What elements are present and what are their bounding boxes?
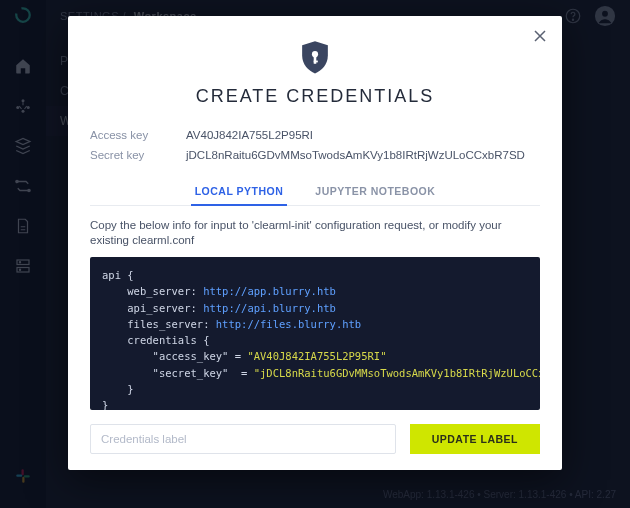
tab-local-python[interactable]: LOCAL PYTHON — [193, 179, 286, 205]
svg-rect-21 — [314, 61, 318, 63]
modal-title: CREATE CREDENTIALS — [90, 86, 540, 107]
close-button[interactable] — [532, 28, 548, 44]
access-key-row: Access key AV40J842IA755L2P95RI — [90, 125, 540, 145]
access-key-label: Access key — [90, 129, 186, 141]
update-label-button[interactable]: UPDATE LABEL — [410, 424, 540, 454]
tab-jupyter[interactable]: JUPYTER NOTEBOOK — [313, 179, 437, 205]
svg-rect-20 — [314, 56, 317, 64]
secret-key-row: Secret key jDCL8nRaitu6GDvMMsoTwodsAmKVy… — [90, 145, 540, 165]
secret-key-label: Secret key — [90, 149, 186, 161]
secret-key-value: jDCL8nRaitu6GDvMMsoTwodsAmKVy1b8IRtRjWzU… — [186, 149, 525, 161]
config-code-block[interactable]: api { web_server: http://app.blurry.htb … — [90, 257, 540, 410]
code-tabs: LOCAL PYTHON JUPYTER NOTEBOOK — [90, 179, 540, 206]
instructions-text: Copy the below info for input to 'clearm… — [90, 218, 540, 249]
create-credentials-modal: CREATE CREDENTIALS Access key AV40J842IA… — [68, 16, 562, 470]
access-key-value: AV40J842IA755L2P95RI — [186, 129, 313, 141]
credentials-label-input[interactable] — [90, 424, 396, 454]
shield-key-icon — [299, 40, 331, 76]
modal-footer: UPDATE LABEL — [90, 424, 540, 454]
